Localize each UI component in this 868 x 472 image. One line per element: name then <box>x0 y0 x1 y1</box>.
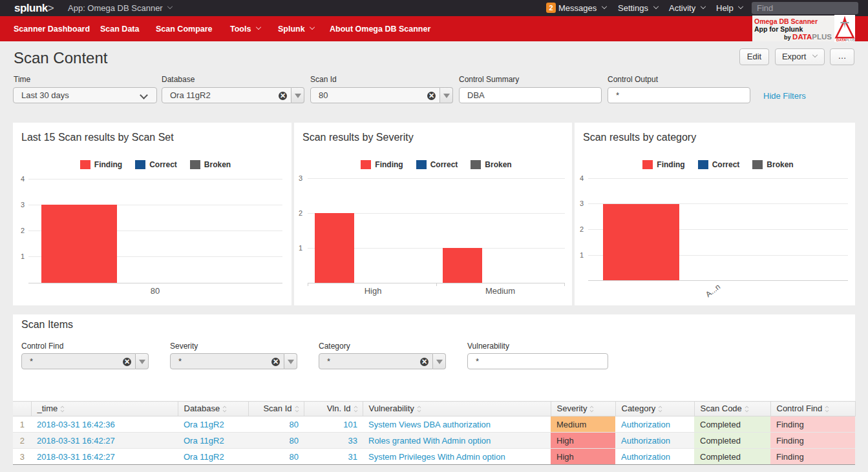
svg-text:PLUS: PLUS <box>845 38 855 42</box>
